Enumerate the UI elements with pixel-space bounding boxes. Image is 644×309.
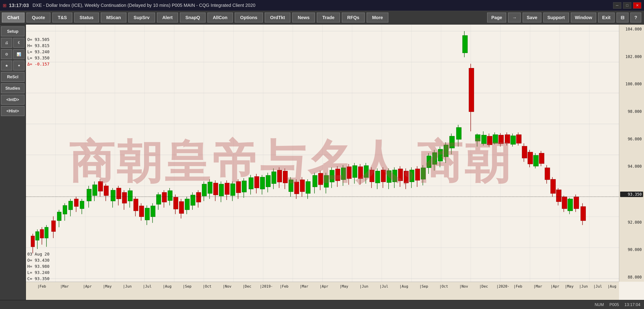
svg-rect-46: [74, 199, 78, 207]
svg-rect-50: [87, 189, 92, 201]
menu-btn-right-[interactable]: ⊟: [616, 13, 628, 23]
time-label: |May: [103, 284, 112, 288]
ohlc-low2: L= 93.350: [27, 55, 50, 61]
menu-btn-quote[interactable]: Quote: [26, 13, 50, 23]
print-button[interactable]: 🖨: [1, 38, 12, 48]
menu-btn-right-[interactable]: →: [508, 13, 521, 23]
menu-btn-right-window[interactable]: Window: [571, 13, 596, 23]
time-label: |Mar: [300, 284, 308, 288]
svg-rect-110: [260, 177, 265, 189]
svg-rect-116: [277, 170, 282, 182]
menu-btn-right-[interactable]: ?: [630, 13, 641, 23]
title-icon: ⊞: [3, 3, 6, 8]
ohlc-delta: Δ= -0.157: [27, 61, 50, 67]
ohlc-bottom-close: C= 93.350: [27, 275, 50, 282]
status-time: 13:17:04: [624, 302, 640, 307]
svg-rect-82: [179, 202, 184, 214]
hist-button[interactable]: <Hist>: [1, 106, 24, 116]
menu-btn-alert[interactable]: Alert: [157, 13, 178, 23]
svg-rect-96: [219, 184, 224, 196]
menu-btn-news[interactable]: News: [292, 13, 315, 23]
svg-rect-218: [574, 197, 579, 209]
svg-rect-200: [522, 146, 527, 158]
window-controls: ─ □ ✕: [613, 2, 641, 9]
menu-btn-status[interactable]: Status: [74, 13, 99, 23]
menu-btn-chart[interactable]: Chart: [2, 13, 24, 23]
svg-rect-176: [450, 136, 454, 148]
svg-rect-186: [482, 135, 486, 144]
maximize-button[interactable]: □: [623, 2, 631, 9]
svg-rect-34: [40, 229, 44, 238]
svg-rect-86: [190, 195, 195, 205]
menu-btn-ordtkt[interactable]: OrdTkt: [265, 13, 290, 23]
svg-rect-216: [568, 199, 572, 211]
minimize-button[interactable]: ─: [613, 2, 621, 9]
time-label: |Feb: [280, 284, 288, 288]
time-label: |Feb: [514, 284, 522, 288]
gear-button[interactable]: ⚙: [1, 49, 12, 59]
sidebar-row-gear: ⚙ 📊: [1, 49, 24, 59]
svg-rect-124: [300, 180, 305, 192]
menu-btn-right-page[interactable]: Page: [487, 13, 506, 23]
svg-rect-76: [162, 192, 167, 202]
svg-rect-188: [487, 136, 492, 145]
menu-btn-mscan[interactable]: MScan: [101, 13, 126, 23]
svg-rect-170: [432, 152, 437, 165]
menu-btn-options[interactable]: Options: [235, 13, 263, 23]
svg-rect-220: [580, 207, 586, 221]
studies-button[interactable]: Studies: [1, 83, 24, 93]
svg-rect-38: [52, 221, 56, 232]
svg-rect-44: [69, 201, 73, 210]
svg-rect-52: [92, 185, 97, 196]
intd-button[interactable]: <IntD>: [1, 95, 24, 105]
time-label: |Jul: [380, 284, 388, 288]
svg-rect-98: [225, 183, 230, 195]
svg-rect-106: [249, 177, 253, 189]
svg-rect-42: [63, 205, 67, 214]
svg-rect-94: [214, 183, 218, 195]
svg-rect-112: [266, 175, 270, 187]
svg-rect-68: [140, 206, 144, 217]
menu-btn-right-save[interactable]: Save: [522, 13, 542, 23]
star2-button[interactable]: ✦: [13, 61, 24, 71]
time-label: |Nov: [223, 284, 232, 288]
price-label-96: 96.000: [620, 137, 643, 141]
menu-btn-rfqs[interactable]: RFQs: [342, 13, 365, 23]
time-label: |Jun: [123, 284, 132, 288]
menu-btn-trade[interactable]: Trade: [317, 13, 340, 23]
menu-btn-allcon[interactable]: AllCon: [208, 13, 233, 23]
price-label-104: 104.000: [620, 27, 643, 32]
time-axis: |Feb|Mar|Apr|May|Jun|Jul|Aug|Sep|Oct|Nov…: [26, 282, 619, 300]
menu-btn-snapq[interactable]: SnapQ: [180, 13, 205, 23]
svg-rect-120: [289, 180, 293, 192]
status-mode: NUM: [595, 302, 604, 307]
time-label: |Sep: [419, 284, 428, 288]
menubar-right: Page→SaveSupportWindowExit⊟?: [487, 13, 642, 23]
svg-rect-196: [511, 136, 516, 144]
svg-rect-138: [341, 168, 346, 180]
svg-rect-150: [376, 171, 380, 183]
ohlc-bottom-high: H= 93.980: [27, 263, 50, 269]
euro-button[interactable]: €: [13, 38, 24, 48]
rescale-button[interactable]: ReScl: [1, 72, 24, 82]
ohlc-low1: L= 93.240: [27, 49, 50, 55]
time-label: |Aug: [163, 284, 172, 288]
chart-button[interactable]: 📊: [13, 49, 24, 59]
svg-rect-90: [202, 184, 206, 196]
menu-btn-right-support[interactable]: Support: [543, 13, 569, 23]
star-button[interactable]: ★: [1, 61, 12, 71]
menu-btn-ts[interactable]: T&S: [52, 13, 72, 23]
menu-btn-right-exit[interactable]: Exit: [598, 13, 615, 23]
svg-rect-152: [381, 170, 386, 182]
svg-rect-184: [475, 135, 480, 141]
svg-rect-212: [556, 190, 561, 202]
setup-button[interactable]: Setup: [1, 26, 24, 37]
chart-area[interactable]: DXE,W + O= 93.505 H= 93.815 L= 93.240 L=…: [26, 25, 644, 300]
ohlc-bottom-date: 03 Aug 20: [27, 251, 50, 257]
menu-btn-supsrv[interactable]: SupSrv: [128, 13, 155, 23]
menu-btn-more[interactable]: More: [366, 13, 388, 23]
svg-rect-72: [151, 206, 155, 217]
price-label-100: 100.000: [620, 82, 643, 86]
close-button[interactable]: ✕: [633, 2, 641, 9]
svg-rect-48: [80, 201, 84, 209]
